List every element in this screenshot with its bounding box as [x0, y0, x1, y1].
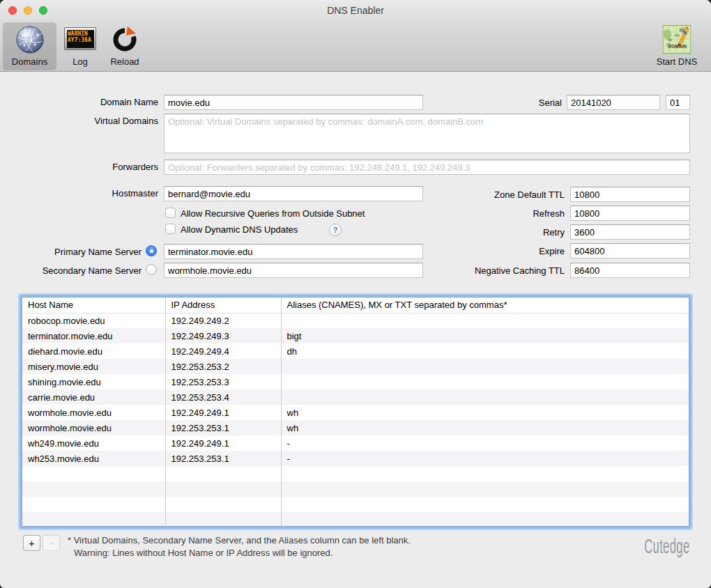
toolbar-item-reload[interactable]: Reload [102, 22, 148, 70]
cell-host-name [22, 481, 165, 497]
table-row[interactable]: robocop.movie.edu192.249.249.2 [22, 313, 689, 328]
cell-aliases: bigt [281, 328, 689, 343]
retry-label: Retry [362, 227, 565, 238]
cell-aliases [281, 374, 689, 389]
toolbar-item-start-dns[interactable]: .com .org .biz DOMAIN Start DNS [647, 22, 707, 70]
cell-host-name: shining.movie.edu [22, 374, 165, 389]
cell-ip-address: 192.253.253.4 [165, 389, 281, 405]
table-row[interactable]: misery.movie.edu192.253.253.2 [22, 359, 689, 374]
cell-host-name [22, 466, 165, 481]
allow-dynamic-checkbox[interactable] [165, 224, 176, 234]
table-header-row: Host Name IP Address Aliases (CNAMES), M… [22, 297, 689, 313]
column-header-host-name[interactable]: Host Name [22, 297, 165, 313]
column-header-ip-address[interactable]: IP Address [165, 297, 281, 313]
domain-map-icon: .com .org .biz DOMAIN [663, 25, 691, 56]
svg-text:.biz: .biz [668, 38, 673, 42]
cell-host-name [22, 512, 165, 527]
table-row[interactable] [22, 497, 689, 512]
primary-ns-radio[interactable] [146, 245, 157, 256]
refresh-input[interactable] [570, 206, 690, 221]
cell-aliases [281, 481, 689, 497]
cell-host-name [22, 497, 165, 512]
expire-label: Expire [362, 246, 565, 256]
cell-aliases [281, 313, 689, 328]
serial-label: Serial [432, 98, 562, 108]
cell-ip-address [165, 497, 281, 512]
serial-seq-input[interactable] [666, 95, 690, 110]
cell-host-name: wh249.movie.edu [22, 435, 165, 451]
cell-host-name: terminator.movie.edu [22, 328, 165, 343]
negative-caching-ttl-input[interactable] [570, 263, 690, 278]
primary-ns-label: Primary Name Server [0, 247, 142, 257]
table-row[interactable]: carrie.movie.edu192.253.253.4 [22, 389, 689, 405]
cell-ip-address: 192.249.249.1 [165, 435, 281, 451]
expire-input[interactable] [570, 243, 690, 258]
table-row[interactable] [22, 466, 689, 481]
allow-dynamic-label: Allow Dynamic DNS Updates [181, 224, 298, 235]
forwarders-label: Forwarders [0, 162, 158, 172]
footnote-line1: * Virtual Domains, Secondary Name Server… [68, 535, 411, 546]
cell-aliases: - [281, 435, 689, 451]
zone-default-ttl-label: Zone Default TTL [362, 189, 565, 200]
zone-default-ttl-input[interactable] [570, 187, 690, 202]
table-row[interactable]: wormhole.movie.edu192.253.253.1wh [22, 420, 689, 435]
cell-ip-address: 192.249.249.3 [165, 328, 281, 343]
toolbar-label-domains: Domains [3, 56, 56, 67]
cutedge-logo: Cutedge [645, 534, 690, 559]
cell-aliases: - [281, 451, 689, 466]
table-row[interactable]: wh249.movie.edu192.249.249.1- [22, 435, 689, 451]
cell-ip-address: 192.249.249.1 [165, 405, 281, 420]
cell-ip-address: 192.249.249.2 [165, 313, 281, 328]
retry-input[interactable] [570, 224, 690, 240]
table-row[interactable] [22, 481, 689, 497]
led-warning-icon: WARNINAY7:36A [64, 25, 96, 50]
table-row[interactable]: wh253.movie.edu192.253.253.1- [22, 451, 689, 466]
title-toolbar: DNS Enabler [0, 0, 711, 72]
reload-icon [112, 26, 138, 56]
remove-row-button[interactable]: - [43, 535, 60, 551]
column-header-aliases[interactable]: Aliases (CNAMES), MX or TXT separated by… [281, 297, 689, 313]
negative-caching-ttl-label: Negative Caching TTL [362, 265, 565, 276]
virtual-domains-label: Virtual Domains [0, 116, 158, 126]
cell-host-name: carrie.movie.edu [22, 389, 165, 405]
virtual-domains-input[interactable] [164, 114, 690, 153]
allow-recursive-checkbox[interactable] [165, 208, 176, 218]
cell-ip-address [165, 481, 281, 497]
cell-ip-address [165, 466, 281, 481]
table-row[interactable]: shining.movie.edu192.253.253.3 [22, 374, 689, 389]
toolbar-item-log[interactable]: WARNINAY7:36A Log [59, 22, 102, 70]
table-row[interactable] [22, 512, 689, 527]
cell-ip-address: 192.253.253.1 [165, 451, 281, 466]
secondary-ns-radio[interactable] [146, 264, 157, 275]
help-icon[interactable]: ? [329, 224, 342, 236]
cell-aliases [281, 466, 689, 481]
toolbar-label-start-dns: Start DNS [647, 56, 707, 67]
table-row[interactable]: diehard.movie.edu192.249.249.4dh [22, 343, 689, 359]
cell-aliases: wh [281, 420, 689, 435]
hostmaster-label: Hostmaster [0, 188, 158, 199]
cell-aliases [281, 512, 689, 527]
app-window: DNS Enabler [0, 0, 711, 588]
forwarders-input[interactable] [164, 160, 690, 175]
add-row-button[interactable]: + [23, 535, 40, 551]
serial-date-input[interactable] [567, 95, 660, 110]
toolbar-label-log: Log [59, 56, 102, 67]
domain-name-label: Domain Name [0, 97, 158, 107]
cell-ip-address: 192.249.249.4 [165, 343, 281, 359]
cell-ip-address: 192.253.253.1 [165, 420, 281, 435]
hosts-table[interactable]: Host Name IP Address Aliases (CNAMES), M… [22, 297, 689, 527]
host-table-body: robocop.movie.edu192.249.249.2terminator… [22, 313, 689, 527]
domain-name-input[interactable] [164, 95, 423, 110]
refresh-label: Refresh [362, 208, 565, 219]
globe-network-icon [15, 25, 45, 57]
cell-host-name: wormhole.movie.edu [22, 420, 165, 435]
table-row[interactable]: terminator.movie.edu192.249.249.3bigt [22, 328, 689, 343]
cell-host-name: wh253.movie.edu [22, 451, 165, 466]
table-row[interactable]: wormhole.movie.edu192.249.249.1wh [22, 405, 689, 420]
toolbar-item-domains[interactable]: Domains [3, 22, 56, 70]
cell-aliases: dh [281, 343, 689, 359]
window-title: DNS Enabler [0, 5, 711, 16]
cell-aliases [281, 389, 689, 405]
footnote-line2: Warning: Lines without Host Name or IP A… [74, 548, 332, 558]
cell-host-name: robocop.movie.edu [22, 313, 165, 328]
